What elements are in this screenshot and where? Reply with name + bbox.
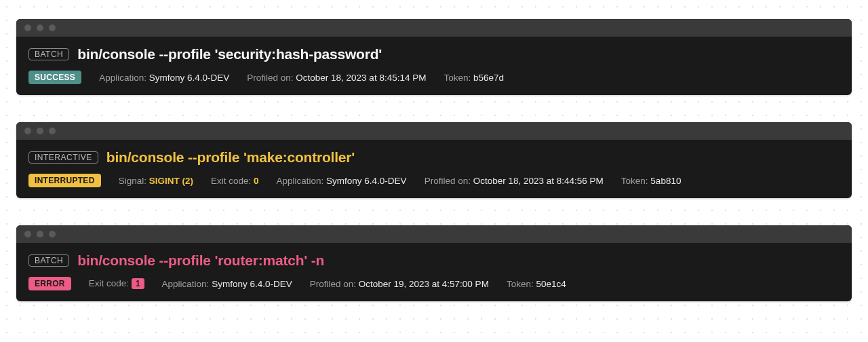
meta-label: Profiled on: <box>247 73 293 83</box>
panel-body: BATCH bin/console --profile 'security:ha… <box>16 37 852 95</box>
meta-profiled: Profiled on: October 18, 2023 at 8:44:56… <box>425 176 604 186</box>
profiler-panel: BATCH bin/console --profile 'security:ha… <box>16 19 852 95</box>
meta-value: October 18, 2023 at 8:44:56 PM <box>473 176 604 186</box>
command-row: INTERACTIVE bin/console --profile 'make:… <box>28 149 840 166</box>
meta-value: October 18, 2023 at 8:45:14 PM <box>296 73 426 83</box>
meta-application: Application: Symfony 6.4.0-DEV <box>277 176 407 186</box>
traffic-light-dot <box>24 128 31 134</box>
meta-label: Token: <box>507 279 534 289</box>
meta-value: Symfony 6.4.0-DEV <box>149 73 230 83</box>
meta-profiled: Profiled on: October 18, 2023 at 8:45:14… <box>247 73 426 83</box>
meta-label: Exit code: <box>211 176 251 186</box>
meta-row: SUCCESS Application: Symfony 6.4.0-DEV P… <box>28 71 840 84</box>
traffic-light-dot <box>37 128 43 134</box>
meta-value: Symfony 6.4.0-DEV <box>212 279 292 289</box>
command-text: bin/console --profile 'security:hash-pas… <box>77 46 382 62</box>
meta-label: Token: <box>621 176 648 186</box>
traffic-light-dot <box>49 231 56 238</box>
meta-label: Signal: <box>119 176 146 186</box>
profiler-panel: INTERACTIVE bin/console --profile 'make:… <box>16 122 852 198</box>
meta-label: Exit code: <box>89 278 129 288</box>
mode-badge: INTERACTIVE <box>28 151 98 164</box>
meta-signal: Signal: SIGINT (2) <box>119 176 193 186</box>
traffic-light-dot <box>49 128 56 134</box>
meta-label: Profiled on: <box>425 176 471 186</box>
meta-value: b56e7d <box>473 73 504 83</box>
meta-profiled: Profiled on: October 19, 2023 at 4:57:00… <box>310 279 489 289</box>
traffic-light-dot <box>37 231 43 238</box>
profiler-panel: BATCH bin/console --profile 'router:matc… <box>16 225 852 301</box>
meta-value: Symfony 6.4.0-DEV <box>326 176 407 186</box>
exit-code-value: 1 <box>132 278 144 289</box>
window-title-bar <box>16 122 852 140</box>
meta-value: 5ab810 <box>650 176 681 186</box>
meta-application: Application: Symfony 6.4.0-DEV <box>162 279 292 289</box>
meta-token: Token: 50e1c4 <box>507 279 566 289</box>
meta-label: Application: <box>277 176 324 186</box>
status-badge: SUCCESS <box>28 71 81 84</box>
status-badge: ERROR <box>28 277 71 290</box>
meta-label: Profiled on: <box>310 279 356 289</box>
meta-row: INTERRUPTED Signal: SIGINT (2) Exit code… <box>28 174 840 187</box>
meta-exit: Exit code: 0 <box>211 176 259 186</box>
command-text: bin/console --profile 'router:match' -n <box>77 252 324 269</box>
meta-token: Token: b56e7d <box>443 73 504 83</box>
meta-token: Token: 5ab810 <box>621 176 682 186</box>
meta-label: Token: <box>443 73 471 83</box>
traffic-light-dot <box>24 24 31 31</box>
traffic-light-dot <box>24 231 31 238</box>
command-row: BATCH bin/console --profile 'router:matc… <box>28 252 840 269</box>
meta-row: ERROR Exit code: 1 Application: Symfony … <box>28 277 840 290</box>
panel-body: BATCH bin/console --profile 'router:matc… <box>16 243 852 301</box>
meta-label: Application: <box>162 279 210 289</box>
meta-value: 50e1c4 <box>536 279 566 289</box>
traffic-light-dot <box>49 24 56 31</box>
exit-code-value: 0 <box>254 176 259 186</box>
meta-value: October 19, 2023 at 4:57:00 PM <box>359 279 489 289</box>
window-title-bar <box>16 19 852 37</box>
panel-body: INTERACTIVE bin/console --profile 'make:… <box>16 140 852 198</box>
meta-application: Application: Symfony 6.4.0-DEV <box>99 73 229 83</box>
window-title-bar <box>16 225 852 243</box>
mode-badge: BATCH <box>28 48 69 60</box>
signal-value: SIGINT (2) <box>149 176 193 186</box>
meta-exit: Exit code: 1 <box>89 278 144 289</box>
meta-label: Application: <box>99 73 146 83</box>
command-row: BATCH bin/console --profile 'security:ha… <box>28 46 840 62</box>
command-text: bin/console --profile 'make:controller' <box>106 149 355 166</box>
status-badge: INTERRUPTED <box>28 174 101 187</box>
traffic-light-dot <box>37 24 43 31</box>
mode-badge: BATCH <box>28 254 69 267</box>
